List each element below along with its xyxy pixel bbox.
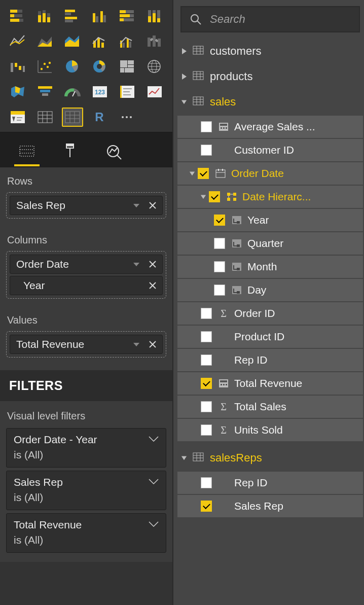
checkbox[interactable] (201, 501, 212, 512)
chevron-down-icon[interactable] (148, 434, 160, 445)
field-date-hierarchy[interactable]: Date Hierarc... (177, 186, 363, 208)
field-month[interactable]: Month (177, 256, 363, 278)
chevron-down-icon[interactable] (131, 339, 142, 350)
checkbox[interactable] (209, 191, 220, 202)
field-day[interactable]: Day (177, 279, 363, 301)
remove-icon[interactable] (147, 339, 158, 350)
field-order-date[interactable]: Order Date (177, 162, 363, 185)
values-well[interactable]: Total Revenue (6, 331, 166, 358)
svg-rect-124 (193, 72, 203, 80)
checkbox[interactable] (201, 331, 212, 342)
remove-icon[interactable] (147, 280, 158, 291)
checkbox[interactable] (214, 215, 225, 226)
viz-clustered-column-icon[interactable] (89, 6, 111, 25)
field-order-id[interactable]: Σ Order ID (177, 302, 363, 325)
viz-pie-icon[interactable] (62, 57, 83, 76)
field-average-sales[interactable]: Average Sales ... (177, 116, 363, 138)
expanded-arrow-icon (178, 454, 190, 461)
search-input[interactable] (209, 12, 351, 26)
field-year[interactable]: Year (177, 209, 363, 231)
tab-analytics[interactable] (101, 138, 127, 166)
field-sales-rep[interactable]: Sales Rep (177, 495, 363, 517)
field-quarter[interactable]: Quarter (177, 232, 363, 255)
checkbox[interactable] (201, 401, 212, 412)
viz-treemap-icon[interactable] (117, 57, 138, 76)
svg-rect-155 (237, 244, 240, 247)
columns-pill-year[interactable]: Year (10, 276, 163, 295)
chevron-down-icon[interactable] (148, 519, 160, 530)
svg-rect-22 (120, 14, 130, 17)
checkbox[interactable] (201, 354, 212, 366)
remove-icon[interactable] (147, 259, 158, 270)
viz-map-icon[interactable] (144, 57, 165, 76)
field-units-sold[interactable]: Σ Units Sold (177, 419, 363, 441)
viz-multi-row-card-icon[interactable] (117, 82, 138, 101)
viz-table-icon[interactable] (34, 108, 56, 127)
checkbox[interactable] (214, 261, 225, 272)
rows-pill-salesrep[interactable]: Sales Rep (10, 196, 163, 215)
table-products[interactable]: products (173, 64, 364, 89)
hierarchy-level-icon (230, 286, 243, 295)
viz-line-stacked-column-icon[interactable] (89, 31, 111, 51)
remove-icon[interactable] (147, 200, 158, 211)
viz-donut-icon[interactable] (89, 57, 111, 76)
filter-card-orderdate-year[interactable]: Order Date - Year is (All) (6, 428, 166, 468)
viz-kpi-icon[interactable] (144, 82, 165, 101)
checkbox[interactable] (201, 477, 212, 488)
table-sales[interactable]: sales (173, 89, 364, 115)
table-customers[interactable]: customers (173, 39, 364, 64)
checkbox[interactable] (201, 308, 212, 319)
columns-well[interactable]: Order Date Year (6, 251, 166, 299)
field-rep-id[interactable]: Rep ID (177, 349, 363, 371)
viz-scatter-icon[interactable] (34, 57, 56, 76)
fields-search[interactable] (180, 6, 360, 32)
viz-gauge-icon[interactable] (62, 82, 83, 101)
viz-line-icon[interactable] (7, 31, 28, 51)
chevron-down-icon[interactable] (131, 259, 142, 270)
viz-matrix-icon[interactable] (62, 108, 83, 127)
columns-pill-orderdate[interactable]: Order Date (10, 255, 163, 274)
viz-waterfall-icon[interactable] (7, 57, 28, 76)
viz-area-icon[interactable] (34, 31, 56, 51)
viz-stacked-bar-icon[interactable] (7, 6, 28, 25)
svg-rect-163 (223, 384, 225, 385)
filter-card-salesrep[interactable]: Sales Rep is (All) (6, 471, 166, 510)
field-total-sales[interactable]: Σ Total Sales (177, 396, 363, 418)
viz-r-script-icon[interactable]: R (89, 108, 111, 127)
viz-100-stacked-column-icon[interactable] (144, 6, 165, 25)
field-total-revenue[interactable]: Total Revenue (177, 372, 363, 395)
fields-tree: customers products sales Average Sales .… (173, 39, 364, 524)
viz-clustered-bar-icon[interactable] (62, 6, 83, 25)
table-salesreps[interactable]: salesReps (173, 445, 364, 471)
viz-more-icon[interactable] (117, 108, 138, 127)
viz-funnel-icon[interactable] (34, 82, 56, 101)
viz-card-icon[interactable]: 123 (89, 82, 111, 101)
field-product-id[interactable]: Product ID (177, 326, 363, 348)
svg-point-50 (47, 66, 49, 68)
viz-stacked-area-icon[interactable] (62, 31, 83, 51)
viz-100-stacked-bar-icon[interactable] (117, 6, 138, 25)
chevron-down-icon[interactable] (131, 200, 142, 211)
viz-filled-map-icon[interactable] (7, 82, 28, 101)
field-customer-id[interactable]: Customer ID (177, 139, 363, 161)
viz-slicer-icon[interactable] (7, 108, 28, 127)
filter-card-totalrevenue[interactable]: Total Revenue is (All) (6, 513, 166, 553)
checkbox[interactable] (201, 121, 212, 132)
values-pill-totalrevenue[interactable]: Total Revenue (10, 335, 163, 354)
checkbox[interactable] (214, 238, 225, 249)
svg-point-54 (97, 64, 102, 69)
field-rep-id-2[interactable]: Rep ID (177, 472, 363, 494)
checkbox[interactable] (201, 145, 212, 156)
tab-fields[interactable] (14, 138, 40, 166)
checkbox[interactable] (201, 378, 212, 389)
svg-rect-162 (221, 384, 222, 385)
checkbox[interactable] (214, 284, 225, 296)
rows-well[interactable]: Sales Rep (6, 192, 166, 219)
tab-format[interactable] (58, 138, 83, 166)
viz-stacked-column-icon[interactable] (34, 6, 56, 25)
viz-line-clustered-column-icon[interactable] (117, 31, 138, 51)
checkbox[interactable] (198, 168, 209, 179)
checkbox[interactable] (201, 424, 212, 436)
chevron-down-icon[interactable] (148, 476, 160, 488)
viz-ribbon-icon[interactable] (144, 31, 165, 51)
